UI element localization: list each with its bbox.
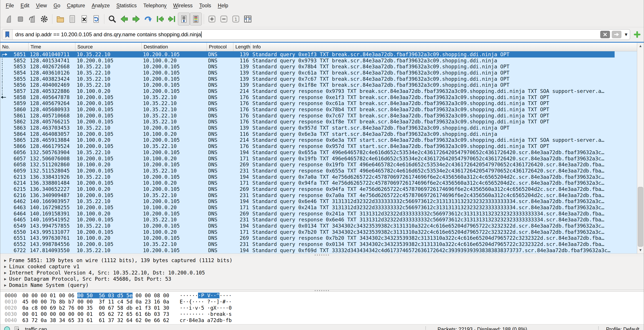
add-filter-button[interactable]: [632, 30, 642, 39]
packet-row-6213[interactable]: 6213136.33843192610.35.22.1010.200.0.105…: [0, 174, 637, 180]
column-header-source[interactable]: Source: [75, 43, 142, 51]
detail-row-2[interactable]: ▶Internet Protocol Version 4, Src: 10.35…: [2, 270, 644, 276]
find-packet-button[interactable]: [106, 13, 118, 26]
go-to-packet-button[interactable]: [142, 13, 154, 26]
column-header-destination[interactable]: Destination: [142, 43, 207, 51]
details-bytes-splitter[interactable]: [0, 289, 644, 292]
packet-row-6465[interactable]: 6465140.16954195210.200.0.10510.35.22.10…: [0, 217, 637, 223]
open-file-button[interactable]: [54, 13, 66, 26]
colorize-packets-button[interactable]: [190, 13, 202, 26]
packet-row-6722[interactable]: 6722147.81409355010.35.22.1010.200.0.105…: [0, 247, 637, 253]
packet-row-5858[interactable]: 5858128.40564787810.200.0.10510.35.22.10…: [0, 94, 637, 100]
packet-row-5859[interactable]: 5859128.40567926410.200.0.10510.35.22.10…: [0, 100, 637, 107]
column-header-info[interactable]: Info: [250, 43, 637, 51]
packet-row-6058[interactable]: 6058132.51120286010.100.0.2010.200.0.105…: [0, 161, 637, 168]
packet-row-6056[interactable]: 6056132.50576390410.35.22.1010.200.0.105…: [0, 149, 637, 155]
packet-row-5852[interactable]: 5852128.40153474110.200.0.10510.100.0.20…: [0, 58, 637, 64]
bookmark-icon[interactable]: [2, 30, 12, 40]
expand-arrow-icon[interactable]: ▶: [2, 264, 9, 269]
packet-row-6462[interactable]: 6462140.16690395710.35.22.1010.200.0.105…: [0, 198, 637, 205]
packet-row-6216[interactable]: 6216136.34090948710.200.0.10510.35.22.10…: [0, 192, 637, 198]
expand-arrow-icon[interactable]: ▶: [2, 258, 9, 262]
packet-row-6549[interactable]: 6549143.99475785510.35.22.1010.200.0.105…: [0, 223, 637, 229]
hex-bytes[interactable]: 45 00 00 7b 8b b7 00 00 3f 11 c4 5d 0a 2…: [22, 299, 180, 304]
detail-row-1[interactable]: ▶Linux cooked capture v1: [2, 263, 644, 270]
packet-row-5862[interactable]: 5862128.40576621510.200.0.10510.35.22.10…: [0, 119, 637, 125]
apply-filter-button[interactable]: [612, 31, 622, 38]
menu-wireless[interactable]: Wireless: [170, 1, 196, 10]
capture-options-button[interactable]: [38, 13, 50, 26]
clear-filter-button[interactable]: [600, 31, 610, 38]
packet-row-5853[interactable]: 5853128.40267266810.35.22.1010.200.0.105…: [0, 64, 637, 70]
hex-bytes[interactable]: 63 72 0a 38 34 65 33 61 61 37 32 64 62 0…: [22, 317, 180, 323]
packet-row-5865[interactable]: 5865128.46591388410.100.0.2010.200.0.105…: [0, 137, 637, 143]
hex-bytes[interactable]: 0a c8 00 69 b2 76 00 35 00 67 58 db e1 f…: [22, 305, 180, 311]
resize-columns-button[interactable]: [242, 13, 254, 26]
menu-capture[interactable]: Capture: [64, 1, 88, 10]
scrollbar-thumb[interactable]: [638, 187, 643, 247]
expand-arrow-icon[interactable]: ▶: [2, 277, 9, 281]
hex-ascii[interactable]: ·······P V··^····: [180, 293, 232, 298]
packet-row-6464[interactable]: 6464140.16915839110.100.0.2010.200.0.105…: [0, 211, 637, 217]
menu-analyze[interactable]: Analyze: [88, 1, 113, 10]
save-file-button[interactable]: [66, 13, 78, 26]
zoom-in-button[interactable]: [206, 13, 218, 26]
detail-row-4[interactable]: ▶Domain Name System (query): [2, 282, 644, 288]
menu-telephony[interactable]: Telephony: [140, 1, 170, 10]
menu-tools[interactable]: Tools: [196, 1, 214, 10]
zoom-original-button[interactable]: 1: [230, 13, 242, 26]
packet-row-5855[interactable]: 5855128.40382342410.35.22.1010.200.0.105…: [0, 76, 637, 82]
go-forward-button[interactable]: [130, 13, 142, 26]
hex-row-0020[interactable]: 00200a c8 00 69 b2 76 00 35 00 67 58 db …: [0, 305, 644, 311]
reload-file-button[interactable]: [90, 13, 102, 26]
menu-file[interactable]: File: [2, 1, 17, 10]
menu-edit[interactable]: Edit: [17, 1, 33, 10]
column-header-protocol[interactable]: Protocol: [207, 43, 234, 51]
auto-scroll-button[interactable]: [178, 13, 190, 26]
expert-info-icon[interactable]: [4, 326, 10, 330]
column-header-time[interactable]: Time: [28, 43, 75, 51]
packet-list-scrollbar[interactable]: ▲ ▼: [637, 43, 644, 253]
display-filter-input[interactable]: dns and ip.addr == 10.200.0.105 and dns.…: [12, 30, 599, 40]
go-back-button[interactable]: [118, 13, 130, 26]
go-first-packet-button[interactable]: [154, 13, 166, 26]
hex-row-0030[interactable]: 003000 01 00 00 00 00 00 01 05 62 72 65 …: [0, 311, 644, 317]
capture-annotation-icon[interactable]: [14, 326, 20, 330]
hex-bytes[interactable]: 00 01 00 00 00 00 00 01 05 62 72 65 61 6…: [22, 311, 180, 317]
start-capture-button[interactable]: [2, 13, 14, 26]
packet-row-5851[interactable]: 5851128.40104071110.35.22.1010.200.0.105…: [0, 51, 637, 58]
menu-help[interactable]: Help: [214, 1, 232, 10]
packet-row-5857[interactable]: 5857128.40532288610.100.0.2010.200.0.105…: [0, 88, 637, 94]
packet-row-5854[interactable]: 5854128.40361012610.35.22.1010.200.0.105…: [0, 70, 637, 76]
go-last-packet-button[interactable]: [166, 13, 178, 26]
zoom-out-button[interactable]: [218, 13, 230, 26]
packet-row-5861[interactable]: 5861128.40571066810.200.0.10510.35.22.10…: [0, 113, 637, 119]
hex-ascii[interactable]: ········ ·break·s: [180, 311, 232, 317]
hex-row-0040[interactable]: 004063 72 0a 38 34 65 33 61 61 37 32 64 …: [0, 317, 644, 323]
hex-row-0000[interactable]: 000000 00 00 01 00 06 00 50 56 03 d5 5e …: [0, 292, 644, 298]
packet-row-6550[interactable]: 6550143.99513107710.200.0.10510.100.0.20…: [0, 229, 637, 235]
column-header-no[interactable]: No.: [0, 43, 28, 51]
packet-row-6059[interactable]: 6059132.51152804510.200.0.10510.35.22.10…: [0, 168, 637, 174]
scroll-up-icon[interactable]: ▲: [637, 43, 644, 49]
filter-dropdown-icon[interactable]: ▼: [622, 30, 630, 40]
expand-arrow-icon[interactable]: ▶: [2, 270, 9, 275]
packet-row-6214[interactable]: 6214136.33880148410.200.0.10510.100.0.20…: [0, 180, 637, 186]
list-details-splitter[interactable]: [0, 253, 644, 256]
packet-row-5856[interactable]: 5856128.40400246910.35.22.1010.200.0.105…: [0, 82, 637, 88]
packet-row-5864[interactable]: 5864128.46408305710.200.0.10510.100.0.20…: [0, 131, 637, 137]
menu-statistics[interactable]: Statistics: [113, 1, 140, 10]
hex-ascii[interactable]: ···i·v·5 ·gX····0: [180, 305, 232, 311]
restart-capture-button[interactable]: [26, 13, 38, 26]
close-file-button[interactable]: [78, 13, 90, 26]
expand-arrow-icon[interactable]: ▶: [2, 283, 9, 287]
packet-row-6057[interactable]: 6057132.50607600810.200.0.10510.100.0.20…: [0, 155, 637, 162]
hex-bytes[interactable]: 00 00 00 01 00 06 00 50 56 03 d5 5e 00 0…: [22, 293, 180, 298]
capture-file-name[interactable]: traffic.cap: [25, 326, 47, 330]
packet-row-5860[interactable]: 5860128.40568093310.200.0.10510.35.22.10…: [0, 106, 637, 113]
column-header-length[interactable]: Length: [234, 43, 250, 51]
hex-row-0010[interactable]: 001045 00 00 7b 8b b7 00 00 3f 11 c4 5d …: [0, 298, 644, 305]
profile-label[interactable]: Profile: Default: [604, 326, 641, 330]
menu-go[interactable]: Go: [50, 1, 64, 10]
hex-ascii[interactable]: E··{···· ?··]·#··: [180, 299, 232, 304]
